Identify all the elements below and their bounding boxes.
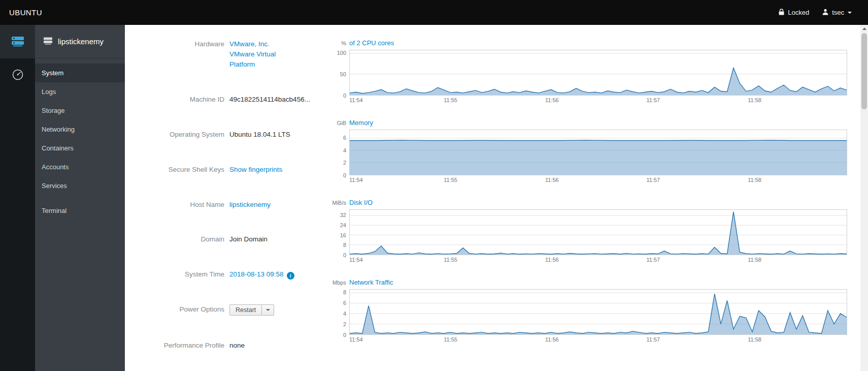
sidebar-item-terminal[interactable]: Terminal [35, 201, 125, 220]
sidebar-item-accounts[interactable]: Accounts [35, 158, 125, 176]
cpu-chart-plot [349, 50, 847, 96]
ssh-keys-label: Secure Shell Keys [143, 165, 224, 175]
host-name-link[interactable]: lipstickenemy [229, 201, 271, 208]
scrollbar-thumb[interactable] [861, 33, 867, 109]
hardware-link[interactable]: VMware, Inc. VMware Virtual Platform [229, 39, 295, 70]
network-chart-plot [349, 289, 847, 335]
charts-column: % of 2 CPU cores 050100 11:5411:5511:561… [330, 39, 847, 371]
sidebar-item-storage[interactable]: Storage [35, 101, 125, 120]
machine-tile[interactable] [0, 25, 35, 58]
network-y-axis-labels: 02468 [330, 289, 349, 335]
user-icon [822, 9, 828, 17]
chevron-down-icon [848, 12, 852, 14]
system-time-link[interactable]: 2018-08-13 09:58 [229, 270, 284, 278]
memory-x-axis-labels: 11:5411:5511:5611:5711:58 [349, 177, 847, 185]
power-options-label: Power Options [143, 304, 224, 315]
chart-memory: GiB Memory 0246 11:5411:5511:5611:5711:5… [330, 119, 847, 185]
system-time-label: System Time [143, 269, 224, 280]
disk-chart-title-link[interactable]: Disk I/O [349, 199, 373, 206]
disk-chart-plot [349, 209, 847, 255]
performance-profile-value: none [229, 341, 326, 351]
performance-profile-label: Performance Profile [143, 341, 224, 351]
network-chart-title-link[interactable]: Network Traffic [349, 279, 393, 286]
chart-disk-io: MiB/s Disk I/O 08162432 11:5411:5511:561… [330, 199, 847, 265]
memory-chart-title-link[interactable]: Memory [349, 119, 373, 127]
host-header[interactable]: lipstickenemy [35, 25, 125, 58]
cpu-chart-title-link[interactable]: of 2 CPU cores [349, 39, 394, 47]
join-domain-value[interactable]: Join Domain [229, 234, 326, 244]
host-switcher-strip [0, 25, 35, 371]
disk-unit-label: MiB/s [330, 200, 349, 206]
locked-indicator[interactable]: Locked [779, 9, 809, 17]
disk-x-axis-labels: 11:5411:5511:5611:5711:58 [349, 257, 847, 265]
network-x-axis-labels: 11:5411:5511:5611:5711:58 [349, 336, 847, 345]
sidebar-item-system[interactable]: System [35, 64, 125, 82]
locked-label: Locked [788, 9, 809, 16]
sidebar-item-networking[interactable]: Networking [35, 120, 125, 139]
masthead: UBUNTU Locked tsec [0, 0, 868, 25]
info-icon[interactable]: i [287, 272, 294, 280]
lock-icon [779, 9, 784, 17]
scrollbar[interactable] [860, 25, 868, 371]
chart-cpu: % of 2 CPU cores 050100 11:5411:5511:561… [330, 39, 847, 105]
power-dropdown-toggle[interactable] [262, 304, 274, 316]
sidebar-item-logs[interactable]: Logs [35, 82, 125, 101]
user-menu[interactable]: tsec [822, 9, 852, 17]
system-page: Hardware VMware, Inc. VMware Virtual Pla… [125, 25, 860, 371]
memory-y-axis-labels: 0246 [330, 130, 349, 175]
disk-y-axis-labels: 08162432 [330, 209, 349, 255]
memory-chart-plot [349, 130, 847, 175]
host-name-field-label: Host Name [143, 200, 224, 210]
scrollbar-up-arrow[interactable] [860, 25, 868, 33]
host-server-icon [43, 37, 53, 47]
os-label: Operating System [143, 130, 224, 140]
chevron-down-icon [266, 309, 270, 311]
brand-label: UBUNTU [9, 8, 42, 17]
system-details: Hardware VMware, Inc. VMware Virtual Pla… [143, 39, 330, 371]
domain-label: Domain [143, 234, 224, 244]
sidebar-item-services[interactable]: Services [35, 176, 125, 195]
chart-network: Mbps Network Traffic 02468 11:5411:5511:… [330, 279, 847, 345]
show-fingerprints-link[interactable]: Show fingerprints [229, 166, 282, 173]
sidebar: lipstickenemy SystemLogsStorageNetworkin… [35, 25, 125, 371]
arrow-up-icon [862, 27, 866, 30]
host-name-label: lipstickenemy [58, 37, 104, 46]
user-name: tsec [832, 9, 844, 16]
sidebar-nav: SystemLogsStorageNetworkingContainersAcc… [35, 58, 125, 220]
os-value: Ubuntu 18.04.1 LTS [229, 130, 326, 140]
dashboard-tile[interactable] [0, 58, 35, 92]
cpu-y-axis-labels: 050100 [330, 50, 349, 96]
memory-unit-label: GiB [330, 120, 349, 126]
hardware-label: Hardware [143, 39, 224, 49]
network-unit-label: Mbps [330, 280, 349, 286]
cpu-x-axis-labels: 11:5411:5511:5611:5711:58 [349, 97, 847, 105]
sidebar-item-containers[interactable]: Containers [35, 139, 125, 158]
machine-id-value: 49c1822514114bacb456... [229, 95, 326, 105]
machine-id-label: Machine ID [143, 95, 224, 105]
cpu-unit-label: % [330, 40, 349, 46]
server-icon [11, 35, 25, 49]
restart-button[interactable]: Restart [229, 304, 262, 316]
dashboard-gauge-icon [12, 69, 24, 82]
